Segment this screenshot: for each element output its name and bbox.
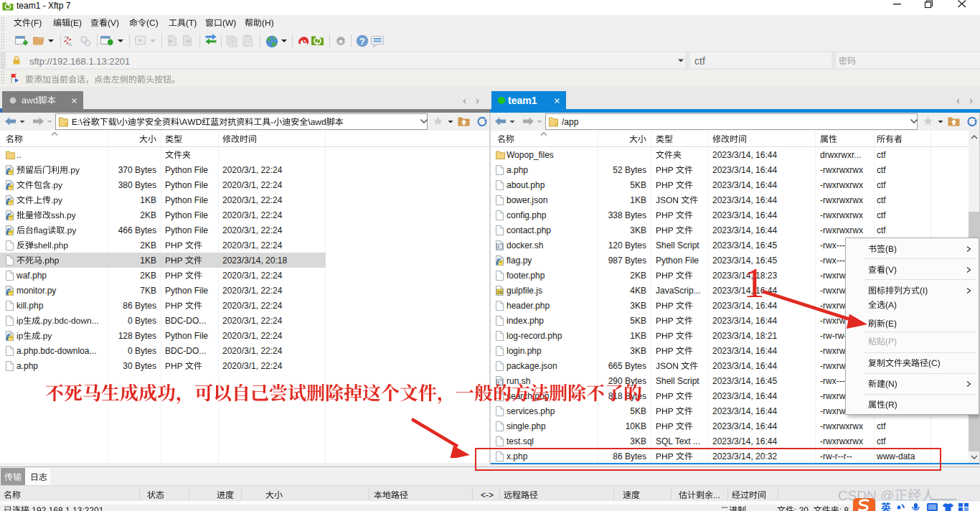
svg-text:?: ? <box>359 36 365 47</box>
svg-text:JS: JS <box>497 290 502 294</box>
